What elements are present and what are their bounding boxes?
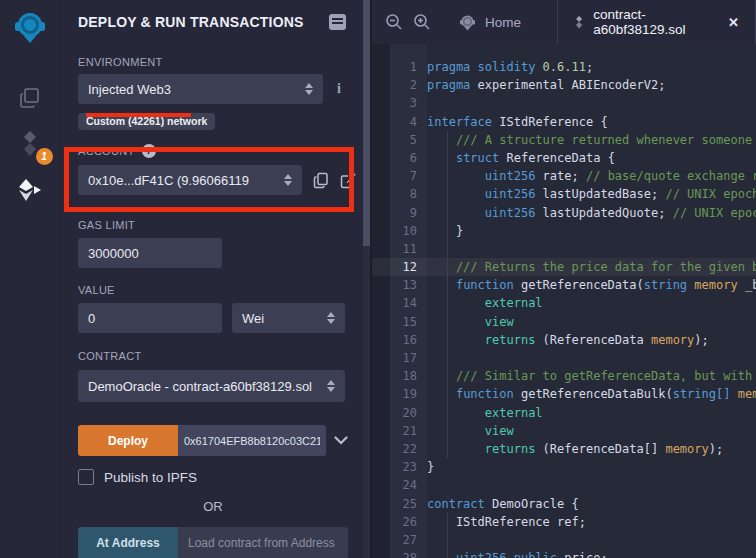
deploy-param-input[interactable]	[178, 425, 326, 456]
value-label: VALUE	[78, 284, 370, 296]
line-content: view	[427, 313, 756, 331]
ipfs-checkbox[interactable]	[78, 469, 94, 485]
code-line[interactable]: 21 view	[372, 422, 756, 440]
code-line[interactable]: 24	[372, 476, 756, 494]
line-content	[427, 531, 756, 549]
code-line[interactable]: 3	[372, 94, 756, 112]
code-line[interactable]: 25contract DemoOracle {	[372, 495, 756, 513]
close-tab-icon[interactable]: ✕	[728, 15, 739, 30]
deploy-run-icon[interactable]	[13, 173, 47, 207]
spinner-icon	[284, 174, 292, 186]
at-address-button[interactable]: At Address	[78, 527, 178, 558]
code-line[interactable]: 2pragma experimental ABIEncoderV2;	[372, 76, 756, 94]
code-line[interactable]: 8 uint256 lastUpdatedBase; // UNIX epoch…	[372, 185, 756, 203]
spinner-icon	[305, 83, 313, 95]
indent-guide	[447, 549, 448, 558]
environment-label: ENVIRONMENT	[78, 56, 370, 68]
line-content	[427, 240, 756, 258]
chevron-down-icon[interactable]	[334, 425, 348, 456]
line-content	[427, 94, 756, 112]
line-number: 25	[372, 495, 427, 513]
scrollbar-thumb[interactable]	[363, 0, 370, 246]
code-line[interactable]: 14 external	[372, 294, 756, 312]
line-number: 18	[372, 367, 427, 385]
code-line[interactable]: 10 }	[372, 222, 756, 240]
remix-logo-icon[interactable]	[11, 8, 49, 46]
solidity-compiler-icon[interactable]: 1	[13, 127, 47, 161]
info-icon[interactable]: i	[337, 81, 341, 97]
publish-ipfs-row[interactable]: Publish to IPFS	[78, 469, 370, 485]
code-line[interactable]: 9 uint256 lastUpdatedQuote; // UNIX epoc…	[372, 204, 756, 222]
line-content	[427, 476, 756, 494]
code-line[interactable]: 17	[372, 349, 756, 367]
code-line[interactable]: 1pragma solidity 0.6.11;	[372, 58, 756, 76]
line-number: 7	[372, 167, 427, 185]
line-number: 20	[372, 404, 427, 422]
indent-guide	[447, 204, 448, 222]
panel-title: DEPLOY & RUN TRANSACTIONS	[78, 14, 304, 30]
code-line[interactable]: 26 IStdReference ref;	[372, 513, 756, 531]
line-number: 17	[372, 349, 427, 367]
solidity-file-icon	[574, 14, 584, 31]
file-explorer-icon[interactable]	[13, 81, 47, 115]
code-line[interactable]: 20 external	[372, 404, 756, 422]
line-content: struct ReferenceData {	[427, 149, 756, 167]
account-select[interactable]: 0x10e...dF41C (9.96066119	[78, 165, 302, 195]
code-editor[interactable]: 1pragma solidity 0.6.11;2pragma experime…	[372, 44, 756, 558]
line-number: 11	[372, 240, 427, 258]
deploy-button[interactable]: Deploy	[78, 425, 178, 456]
line-number: 9	[372, 204, 427, 222]
panel-scrollbar[interactable]	[363, 0, 370, 558]
zoom-out-icon[interactable]	[382, 10, 406, 34]
line-number: 3	[372, 94, 427, 112]
tab-contract-file[interactable]: contract-a60bf38129.sol ✕	[557, 0, 756, 44]
indent-guide	[447, 131, 448, 149]
indent-guide	[447, 331, 448, 349]
indent-guide	[447, 222, 448, 240]
code-line[interactable]: 23}	[372, 458, 756, 476]
edit-icon[interactable]	[340, 172, 357, 189]
line-number: 26	[372, 513, 427, 531]
contract-select[interactable]: DemoOracle - contract-a60bf38129.sol	[78, 370, 345, 402]
ipfs-label: Publish to IPFS	[104, 470, 197, 485]
copy-icon[interactable]	[313, 172, 329, 189]
zoom-in-icon[interactable]	[410, 10, 434, 34]
code-line[interactable]: 13 function getReferenceData(string memo…	[372, 276, 756, 294]
indent-guide	[447, 240, 448, 258]
line-content: }	[427, 458, 756, 476]
code-line[interactable]: 4interface IStdReference {	[372, 113, 756, 131]
code-line[interactable]: 6 struct ReferenceData {	[372, 149, 756, 167]
code-line[interactable]: 15 view	[372, 313, 756, 331]
contract-label: CONTRACT	[78, 350, 370, 362]
tab-home[interactable]: Home	[444, 0, 535, 44]
code-line[interactable]: 22 returns (ReferenceData[] memory);	[372, 440, 756, 458]
documentation-icon[interactable]	[329, 14, 346, 30]
indent-guide	[447, 294, 448, 312]
environment-select[interactable]: Injected Web3	[78, 74, 323, 104]
contract-value: DemoOracle - contract-a60bf38129.sol	[88, 379, 312, 394]
tab-file-label: contract-a60bf38129.sol	[593, 7, 716, 37]
code-line[interactable]: 27	[372, 531, 756, 549]
line-number: 13	[372, 276, 427, 294]
code-line[interactable]: 18 /// Similar to getReferenceData, but …	[372, 367, 756, 385]
editor-area: Home contract-a60bf38129.sol ✕ 1pragma s…	[372, 0, 756, 558]
indent-guide	[447, 149, 448, 167]
code-line[interactable]: 16 returns (ReferenceData memory);	[372, 331, 756, 349]
value-input[interactable]	[78, 303, 222, 333]
editor-tabbar: Home contract-a60bf38129.sol ✕	[372, 0, 756, 44]
gas-limit-input[interactable]	[78, 238, 222, 268]
code-line[interactable]: 5 /// A structure returned whenever some…	[372, 131, 756, 149]
code-line[interactable]: 7 uint256 rate; // base/quote exchange r…	[372, 167, 756, 185]
code-line[interactable]: 19 function getReferenceDataBulk(string[…	[372, 385, 756, 403]
code-line[interactable]: 11	[372, 240, 756, 258]
code-line[interactable]: 28 uint256 public price;	[372, 549, 756, 558]
line-number: 8	[372, 185, 427, 203]
or-divider: OR	[78, 499, 348, 514]
add-account-icon[interactable]: +	[142, 144, 156, 158]
line-content: contract DemoOracle {	[427, 495, 756, 513]
at-address-input[interactable]	[178, 527, 348, 558]
value-unit-select[interactable]: Wei	[232, 303, 345, 333]
line-content: pragma solidity 0.6.11;	[427, 58, 756, 76]
line-number: 6	[372, 149, 427, 167]
code-line[interactable]: 12 /// Returns the price data for the gi…	[372, 258, 756, 276]
